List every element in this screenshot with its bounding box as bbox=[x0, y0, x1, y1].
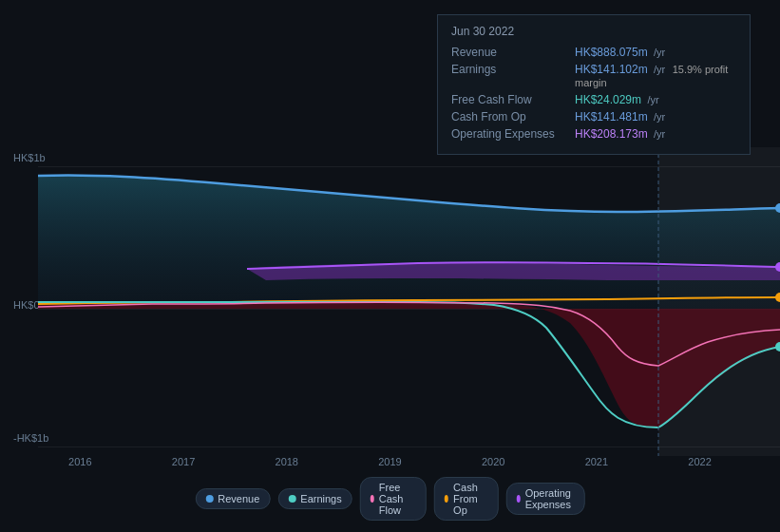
legend-label-revenue: Revenue bbox=[218, 493, 259, 504]
chart-svg bbox=[0, 147, 780, 456]
tooltip-value-cashop: HK$141.481m /yr bbox=[575, 110, 736, 124]
legend-dot-cashop bbox=[445, 495, 448, 503]
x-label-2022: 2022 bbox=[688, 456, 711, 467]
tooltip-value-fcf: HK$24.029m /yr bbox=[575, 93, 736, 106]
x-label-2021: 2021 bbox=[585, 456, 608, 467]
x-label-2020: 2020 bbox=[482, 456, 504, 467]
legend-dot-fcf bbox=[371, 495, 374, 503]
chart-legend: Revenue Earnings Free Cash Flow Cash Fro… bbox=[195, 477, 585, 521]
tooltip-row-fcf: Free Cash Flow HK$24.029m /yr bbox=[451, 93, 736, 106]
legend-dot-revenue bbox=[205, 495, 213, 503]
legend-earnings[interactable]: Earnings bbox=[277, 488, 352, 509]
legend-dot-opex bbox=[516, 495, 520, 503]
tooltip-value-earnings: HK$141.102m /yr 15.9% profit margin bbox=[575, 63, 736, 89]
tooltip-label-revenue: Revenue bbox=[451, 46, 575, 59]
tooltip-value-revenue: HK$888.075m /yr bbox=[575, 46, 736, 59]
legend-label-cashop: Cash From Op bbox=[453, 482, 487, 516]
profit-margin-label: 15.9% profit margin bbox=[575, 64, 728, 88]
legend-cashop[interactable]: Cash From Op bbox=[434, 477, 498, 521]
tooltip-label-opex: Operating Expenses bbox=[451, 127, 575, 141]
revenue-fill bbox=[38, 175, 780, 309]
earnings-fill bbox=[38, 301, 780, 428]
tooltip-row-earnings: Earnings HK$141.102m /yr 15.9% profit ma… bbox=[451, 63, 736, 89]
x-label-2016: 2016 bbox=[68, 456, 91, 467]
x-label-2017: 2017 bbox=[172, 456, 195, 467]
x-label-2018: 2018 bbox=[276, 456, 298, 467]
legend-fcf[interactable]: Free Cash Flow bbox=[360, 477, 427, 521]
legend-label-fcf: Free Cash Flow bbox=[379, 482, 416, 516]
legend-label-earnings: Earnings bbox=[300, 493, 341, 504]
tooltip-label-earnings: Earnings bbox=[451, 63, 575, 76]
tooltip-label-fcf: Free Cash Flow bbox=[451, 93, 575, 106]
legend-label-opex: Operating Expenses bbox=[525, 487, 575, 510]
legend-revenue[interactable]: Revenue bbox=[195, 488, 270, 509]
legend-dot-earnings bbox=[288, 495, 295, 503]
tooltip-row-revenue: Revenue HK$888.075m /yr bbox=[451, 46, 736, 59]
x-axis: 2016 2017 2018 2019 2020 2021 2022 bbox=[0, 456, 780, 467]
tooltip-row-opex: Operating Expenses HK$208.173m /yr bbox=[451, 127, 736, 141]
tooltip-label-cashop: Cash From Op bbox=[451, 110, 575, 124]
data-tooltip: Jun 30 2022 Revenue HK$888.075m /yr Earn… bbox=[437, 14, 751, 155]
legend-opex[interactable]: Operating Expenses bbox=[505, 483, 584, 515]
tooltip-date: Jun 30 2022 bbox=[451, 25, 736, 38]
x-label-2019: 2019 bbox=[378, 456, 401, 467]
tooltip-value-opex: HK$208.173m /yr bbox=[575, 127, 736, 141]
tooltip-row-cashop: Cash From Op HK$141.481m /yr bbox=[451, 110, 736, 124]
